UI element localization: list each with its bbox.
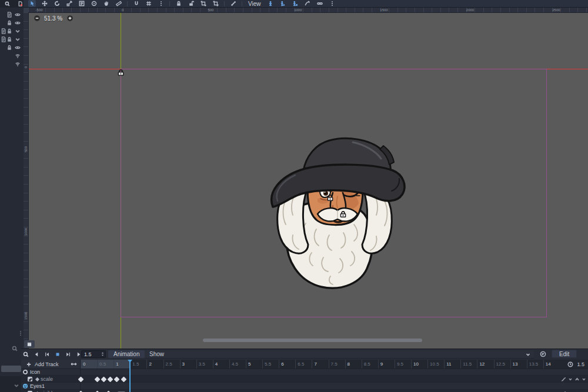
- keyframe-diamond[interactable]: [114, 376, 120, 382]
- play-backwards-button[interactable]: [32, 350, 41, 358]
- tick-line: [494, 360, 495, 368]
- script-toggle[interactable]: [1, 28, 6, 34]
- track-key-area[interactable]: [81, 376, 588, 383]
- unlock-node-button[interactable]: [187, 0, 195, 7]
- character-illustration[interactable]: [265, 135, 406, 294]
- sprite-face-icon: [22, 383, 28, 389]
- lock-node-button[interactable]: [175, 0, 182, 7]
- keyframe-diamond[interactable]: [121, 376, 126, 382]
- track-name-visible[interactable]: visible: [21, 390, 81, 392]
- wifi-toggle[interactable]: [15, 53, 21, 59]
- script-error-button[interactable]: [16, 1, 24, 8]
- skeleton-make-bones-button[interactable]: [279, 0, 287, 7]
- script-toggle[interactable]: [1, 36, 6, 42]
- animation-length-control[interactable]: 1.5: [564, 360, 584, 368]
- link-button[interactable]: [316, 0, 324, 7]
- skeleton-show-bones-button[interactable]: [267, 0, 275, 7]
- eye-toggle[interactable]: [15, 45, 21, 51]
- snap-options-button[interactable]: [157, 0, 165, 7]
- animation-playback-bar: 1.5 Animation Show Edit: [21, 349, 588, 360]
- wifi-toggle[interactable]: [15, 61, 21, 67]
- lock-toggle[interactable]: [6, 20, 12, 26]
- lock-badge-icon: [118, 69, 124, 76]
- canvas-horizontal-scrollbar[interactable]: [203, 339, 422, 342]
- track-row-Eyes1: Eyes1: [21, 383, 588, 390]
- scale-tool-button[interactable]: [65, 0, 73, 7]
- ruler-label: 2000: [466, 8, 474, 12]
- view-menu-button[interactable]: View: [247, 0, 262, 8]
- chevron-down-icon: [15, 36, 21, 42]
- 2d-viewport[interactable]: 51.3 %: [28, 12, 588, 349]
- chevron-down-toggle[interactable]: [15, 36, 21, 42]
- timeline-playhead[interactable]: [129, 360, 131, 392]
- tick-line: [97, 360, 98, 368]
- more-options-icon: [18, 330, 24, 336]
- more-options-button[interactable]: [18, 330, 24, 336]
- lock-badge-icon: [327, 195, 333, 201]
- current-time-spinbox[interactable]: 1.5: [81, 350, 106, 358]
- timeline-ruler[interactable]: 1.5 00.511.522.533.544.555.566.577.588.5…: [81, 360, 588, 368]
- list-select-tool-button[interactable]: [78, 0, 85, 7]
- select-tool-button[interactable]: [28, 0, 36, 7]
- eye-toggle[interactable]: [15, 12, 21, 18]
- pivot-tool-button[interactable]: [90, 0, 98, 7]
- keyframe-diamond[interactable]: [101, 376, 106, 382]
- zoom-out-button[interactable]: [33, 15, 41, 22]
- expand-bottom-panel-button[interactable]: [24, 340, 35, 348]
- ruler-label: -500: [36, 8, 43, 12]
- edit-menu-button[interactable]: Edit: [552, 350, 577, 358]
- add-track-button[interactable]: Add Track: [21, 360, 81, 368]
- track-key-area[interactable]: [81, 383, 588, 390]
- lock-toggle[interactable]: [6, 45, 12, 51]
- lock-toggle[interactable]: [6, 36, 12, 42]
- keyframe-diamond[interactable]: [108, 376, 113, 382]
- h-arrows-icon: [71, 361, 77, 367]
- tick-label: 2.5: [166, 360, 172, 368]
- script-toggle[interactable]: [6, 12, 12, 18]
- search-button[interactable]: [4, 1, 11, 8]
- zoom-percent-label[interactable]: 51.3 %: [44, 15, 62, 22]
- ungroup-node-button[interactable]: [212, 0, 219, 7]
- track-panel-resize-handle[interactable]: [71, 361, 78, 367]
- search-icon[interactable]: [22, 350, 29, 358]
- vertical-ruler[interactable]: 050010001500: [24, 12, 29, 349]
- pin-animation-button[interactable]: [538, 350, 547, 358]
- track-name-Eyes1[interactable]: Eyes1: [21, 383, 81, 390]
- stop-button[interactable]: [53, 350, 62, 358]
- left-dock-scrollbar-thumb[interactable]: [1, 366, 21, 372]
- script-icon: [1, 36, 6, 42]
- track-key-area[interactable]: [81, 390, 588, 392]
- grid-snap-button[interactable]: [145, 0, 152, 7]
- chevron-down-toggle[interactable]: [15, 28, 21, 34]
- spin-updown-icon[interactable]: [99, 351, 105, 358]
- track-name-Icon[interactable]: Icon: [21, 368, 81, 376]
- list-select-tool-icon: [79, 1, 85, 6]
- skeleton-clear-bones-button[interactable]: [292, 0, 299, 7]
- more-options-button[interactable]: [329, 0, 336, 7]
- play-backwards-from-end-button[interactable]: [42, 350, 52, 358]
- zoom-in-button[interactable]: [66, 15, 74, 22]
- tick-label: 5: [248, 360, 250, 368]
- pan-tool-button[interactable]: [102, 0, 110, 7]
- animation-menu-button[interactable]: Animation: [108, 350, 145, 358]
- track-key-area[interactable]: [81, 368, 588, 376]
- move-tool-button[interactable]: [41, 0, 48, 7]
- group-node-button[interactable]: [199, 0, 207, 7]
- track-name-scale[interactable]: scale: [21, 376, 81, 383]
- eye-toggle[interactable]: [15, 20, 21, 26]
- horizontal-ruler[interactable]: -50005001000150020002500: [28, 8, 588, 13]
- track-settings[interactable]: [561, 390, 586, 392]
- curve-arrow-button[interactable]: [304, 0, 312, 7]
- animation-name-dropdown[interactable]: Show: [145, 350, 534, 359]
- track-settings[interactable]: [561, 376, 586, 383]
- ruler-tool-button[interactable]: [115, 0, 122, 7]
- dock-search-button[interactable]: [12, 346, 18, 351]
- track-enabled-checkbox[interactable]: [28, 377, 32, 381]
- lock-toggle[interactable]: [6, 28, 12, 34]
- keyframe-diamond[interactable]: [94, 376, 100, 382]
- play-from-beginning-button[interactable]: [64, 350, 73, 358]
- smart-snap-button[interactable]: [132, 0, 140, 7]
- rotate-tool-button[interactable]: [53, 0, 61, 7]
- skeleton-options-button[interactable]: [229, 0, 237, 7]
- scroll-down-button[interactable]: [14, 383, 19, 388]
